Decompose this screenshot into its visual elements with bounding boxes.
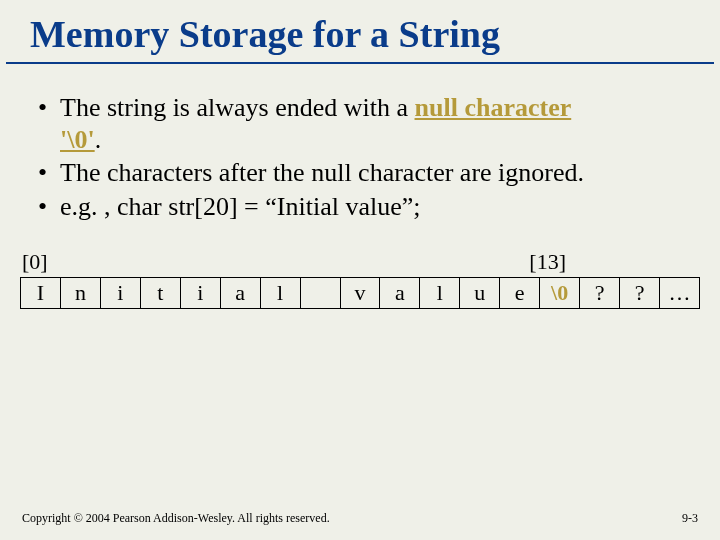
cell: t <box>141 278 181 308</box>
cell: ? <box>620 278 660 308</box>
cell: i <box>101 278 141 308</box>
bullet-list: The string is always ended with a null c… <box>36 92 684 223</box>
footer: Copyright © 2004 Pearson Addison-Wesley.… <box>22 511 698 526</box>
bullet-2: The characters after the null character … <box>36 157 684 189</box>
bullet-1-emph: null character <box>415 93 572 122</box>
index-13: [13] <box>529 249 700 275</box>
index-0: [0] <box>20 249 60 275</box>
cell: n <box>61 278 101 308</box>
bullet-1-null: '\0' <box>60 125 95 154</box>
cell: v <box>341 278 381 308</box>
slide-content: The string is always ended with a null c… <box>0 64 720 223</box>
bullet-1-text-d: . <box>95 125 102 154</box>
cell: i <box>181 278 221 308</box>
cell: e <box>500 278 540 308</box>
bullet-1-text-a: The string is always ended with a <box>60 93 415 122</box>
cell <box>301 278 341 308</box>
cell: u <box>460 278 500 308</box>
array-diagram: [0] [13] I n i t i a l v a l u e \0 ? ? … <box>0 225 720 309</box>
cell: … <box>660 278 699 308</box>
cell: a <box>221 278 261 308</box>
cell: I <box>21 278 61 308</box>
cell: l <box>420 278 460 308</box>
bullet-3: e.g. , char str[20] = “Initial value”; <box>36 191 684 223</box>
cell: l <box>261 278 301 308</box>
page-number: 9-3 <box>682 511 698 526</box>
copyright-text: Copyright © 2004 Pearson Addison-Wesley.… <box>22 511 330 526</box>
slide-title: Memory Storage for a String <box>6 0 714 64</box>
bullet-1: The string is always ended with a null c… <box>36 92 684 155</box>
cell: ? <box>580 278 620 308</box>
cell-row: I n i t i a l v a l u e \0 ? ? … <box>20 277 700 309</box>
cell: a <box>380 278 420 308</box>
index-row: [0] [13] <box>20 249 700 275</box>
cell-null: \0 <box>540 278 580 308</box>
